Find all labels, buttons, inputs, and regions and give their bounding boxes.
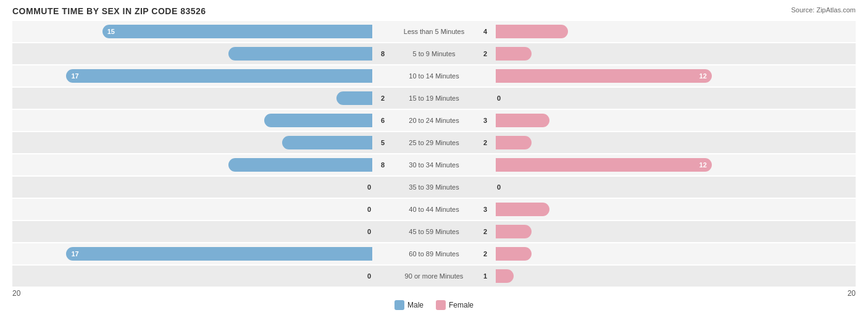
male-bar-wrapper: 6 <box>12 114 372 127</box>
bar-section: 6 20 to 24 Minutes 3 <box>12 110 856 131</box>
female-bar: 12 <box>496 69 712 83</box>
female-bar: 2 <box>496 47 532 61</box>
male-bar: 5 <box>282 136 372 149</box>
table-row: 2 15 to 19 Minutes 0 <box>12 88 856 109</box>
female-value: 12 <box>699 161 707 169</box>
male-value: 0 <box>367 206 371 213</box>
female-value: 12 <box>699 72 707 80</box>
male-bar-wrapper: 2 <box>12 91 372 105</box>
row-label: 40 to 44 Minutes <box>372 206 496 213</box>
male-value: 17 <box>71 250 78 258</box>
female-value: 0 <box>497 183 501 191</box>
axis-right: 20 <box>848 289 856 298</box>
female-bar: 1 <box>496 269 514 283</box>
table-row: 8 30 to 34 Minutes 12 <box>12 154 856 175</box>
female-value: 0 <box>497 94 501 102</box>
male-bar: 6 <box>264 114 372 127</box>
female-bar-wrapper: 3 <box>496 114 856 127</box>
male-bar: 8 <box>228 158 372 172</box>
male-bar-wrapper: 0 <box>12 203 372 216</box>
male-bar: 15 <box>102 25 372 38</box>
male-swatch <box>394 300 404 310</box>
female-swatch <box>436 300 446 310</box>
male-bar-wrapper: 5 <box>12 136 372 149</box>
row-label: 45 to 59 Minutes <box>372 228 496 235</box>
female-bar-wrapper: 2 <box>496 47 856 61</box>
male-bar-wrapper: 0 <box>12 225 372 238</box>
male-value: 0 <box>367 228 371 235</box>
male-bar: 17 <box>66 69 372 83</box>
row-label: 5 to 9 Minutes <box>372 50 496 57</box>
female-bar-wrapper: 12 <box>496 69 856 83</box>
row-label: 15 to 19 Minutes <box>372 94 496 102</box>
female-bar-wrapper: 12 <box>496 158 856 172</box>
table-row: 17 10 to 14 Minutes 12 <box>12 65 856 86</box>
male-value: 15 <box>107 28 115 35</box>
source-text: Source: ZipAtlas.com <box>791 6 856 14</box>
male-bar-wrapper: 8 <box>12 47 372 61</box>
bar-section: 0 90 or more Minutes 1 <box>12 266 856 287</box>
bar-section: 0 45 to 59 Minutes 2 <box>12 221 856 242</box>
female-bar-wrapper: 0 <box>496 180 856 194</box>
table-row: 6 20 to 24 Minutes 3 <box>12 110 856 131</box>
title-row: COMMUTE TIME BY SEX IN ZIP CODE 83526 So… <box>12 6 856 16</box>
male-bar-wrapper: 0 <box>12 180 372 194</box>
male-bar: 2 <box>336 91 372 105</box>
female-bar-wrapper: 4 <box>496 25 856 38</box>
legend-male: Male <box>394 300 424 310</box>
male-bar: 8 <box>228 47 372 61</box>
female-bar: 3 <box>496 203 549 216</box>
female-bar: 3 <box>496 114 549 127</box>
male-value: 17 <box>71 72 78 80</box>
row-label: 90 or more Minutes <box>372 272 496 280</box>
female-bar-wrapper: 0 <box>496 91 856 105</box>
male-bar-wrapper: 0 <box>12 269 372 283</box>
female-bar-wrapper: 3 <box>496 203 856 216</box>
bar-section: 0 40 to 44 Minutes 3 <box>12 199 856 220</box>
bar-section: 17 10 to 14 Minutes 12 <box>12 65 856 86</box>
bar-section: 2 15 to 19 Minutes 0 <box>12 88 856 109</box>
male-value: 0 <box>367 183 371 191</box>
male-label: Male <box>407 301 424 309</box>
bar-section: 5 25 to 29 Minutes 2 <box>12 132 856 153</box>
female-bar-wrapper: 2 <box>496 136 856 149</box>
male-bar-wrapper: 15 <box>12 25 372 38</box>
table-row: 8 5 to 9 Minutes 2 <box>12 43 856 64</box>
female-label: Female <box>449 301 474 309</box>
row-label: Less than 5 Minutes <box>372 28 496 35</box>
bar-section: 8 5 to 9 Minutes 2 <box>12 43 856 64</box>
male-bar-wrapper: 17 <box>12 69 372 83</box>
chart-title: COMMUTE TIME BY SEX IN ZIP CODE 83526 <box>12 6 206 16</box>
bar-section: 15 Less than 5 Minutes 4 <box>12 21 856 42</box>
chart-container: COMMUTE TIME BY SEX IN ZIP CODE 83526 So… <box>0 0 868 323</box>
table-row: 0 40 to 44 Minutes 3 <box>12 199 856 220</box>
female-bar-wrapper: 2 <box>496 225 856 238</box>
female-bar-wrapper: 1 <box>496 269 856 283</box>
row-label: 60 to 89 Minutes <box>372 250 496 258</box>
table-row: 0 45 to 59 Minutes 2 <box>12 221 856 242</box>
chart-area: 15 Less than 5 Minutes 4 <box>12 21 856 287</box>
row-label: 35 to 39 Minutes <box>372 183 496 191</box>
bar-section: 8 30 to 34 Minutes 12 <box>12 154 856 175</box>
male-value: 0 <box>367 272 371 280</box>
female-bar: 12 <box>496 158 712 172</box>
female-bar: 4 <box>496 25 568 38</box>
table-row: 0 90 or more Minutes 1 <box>12 266 856 287</box>
table-row: 15 Less than 5 Minutes 4 <box>12 21 856 42</box>
male-bar: 17 <box>66 247 372 261</box>
bar-section: 0 35 to 39 Minutes 0 <box>12 177 856 198</box>
bar-section: 17 60 to 89 Minutes 2 <box>12 243 856 264</box>
female-bar-wrapper: 2 <box>496 247 856 261</box>
female-bar: 2 <box>496 247 532 261</box>
female-bar: 2 <box>496 225 532 238</box>
table-row: 5 25 to 29 Minutes 2 <box>12 132 856 153</box>
male-bar-wrapper: 8 <box>12 158 372 172</box>
legend: Male Female <box>12 300 856 310</box>
row-label: 25 to 29 Minutes <box>372 139 496 146</box>
axis-left: 20 <box>12 289 20 298</box>
table-row: 0 35 to 39 Minutes 0 <box>12 177 856 198</box>
row-label: 10 to 14 Minutes <box>372 72 496 80</box>
row-label: 30 to 34 Minutes <box>372 161 496 169</box>
legend-female: Female <box>436 300 474 310</box>
row-label: 20 to 24 Minutes <box>372 117 496 124</box>
